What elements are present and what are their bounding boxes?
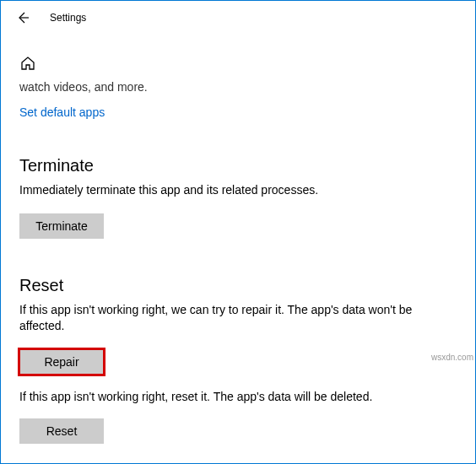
- terminate-section: Terminate Immediately terminate this app…: [19, 156, 457, 239]
- reset-heading: Reset: [19, 276, 457, 295]
- header-title: Settings: [50, 12, 86, 24]
- terminate-button[interactable]: Terminate: [19, 213, 104, 239]
- back-button[interactable]: [11, 6, 35, 30]
- window-header: Settings: [1, 1, 475, 35]
- content-area: watch videos, and more. Set default apps…: [1, 55, 475, 444]
- reset-button[interactable]: Reset: [19, 418, 104, 444]
- terminate-description: Immediately terminate this app and its r…: [19, 182, 457, 198]
- terminate-heading: Terminate: [19, 156, 457, 175]
- back-arrow-icon: [16, 11, 30, 24]
- set-default-apps-link[interactable]: Set default apps: [19, 105, 457, 119]
- truncated-description: watch videos, and more.: [19, 80, 457, 94]
- watermark-text: wsxdn.com: [431, 353, 473, 362]
- repair-button[interactable]: Repair: [19, 349, 104, 375]
- reset-description: If this app isn't working right, reset i…: [19, 390, 457, 403]
- repair-description: If this app isn't working right, we can …: [19, 302, 457, 334]
- reset-section: Reset If this app isn't working right, w…: [19, 276, 457, 444]
- home-icon[interactable]: [19, 55, 457, 75]
